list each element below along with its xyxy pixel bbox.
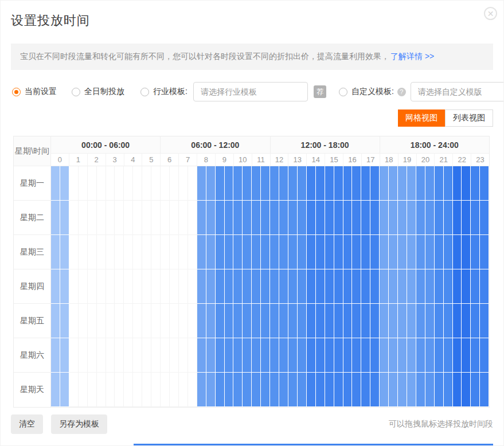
- schedule-cell[interactable]: [370, 338, 380, 373]
- schedule-cell[interactable]: [51, 304, 60, 338]
- schedule-cell[interactable]: [435, 338, 444, 373]
- schedule-cell[interactable]: [115, 201, 124, 235]
- schedule-cell[interactable]: [216, 201, 225, 235]
- radio-allday[interactable]: 全日制投放: [72, 87, 124, 97]
- schedule-cell[interactable]: [179, 338, 188, 373]
- schedule-cell[interactable]: [252, 304, 261, 338]
- schedule-cell[interactable]: [270, 235, 279, 269]
- schedule-cell[interactable]: [261, 269, 270, 304]
- schedule-cell[interactable]: [435, 166, 444, 201]
- schedule-cell[interactable]: [334, 166, 343, 201]
- schedule-cell[interactable]: [170, 338, 179, 373]
- schedule-cell[interactable]: [252, 201, 261, 235]
- schedule-cell[interactable]: [97, 304, 106, 338]
- schedule-cell[interactable]: [444, 373, 453, 407]
- schedule-cell[interactable]: [407, 235, 416, 269]
- schedule-cell[interactable]: [233, 201, 243, 235]
- schedule-cell[interactable]: [69, 373, 79, 407]
- schedule-cell[interactable]: [170, 235, 179, 269]
- schedule-cell[interactable]: [261, 338, 270, 373]
- schedule-cell[interactable]: [361, 269, 370, 304]
- schedule-cell[interactable]: [179, 269, 188, 304]
- schedule-cell[interactable]: [179, 166, 188, 201]
- schedule-cell[interactable]: [225, 338, 234, 373]
- help-icon[interactable]: ?: [397, 88, 406, 96]
- schedule-cell[interactable]: [161, 201, 170, 235]
- schedule-cell[interactable]: [88, 304, 97, 338]
- schedule-cell[interactable]: [316, 166, 325, 201]
- schedule-cell[interactable]: [325, 235, 334, 269]
- schedule-cell[interactable]: [325, 269, 334, 304]
- schedule-cell[interactable]: [206, 235, 216, 269]
- schedule-cell[interactable]: [462, 269, 471, 304]
- schedule-cell[interactable]: [252, 166, 261, 201]
- schedule-cell[interactable]: [69, 269, 79, 304]
- radio-industry-template[interactable]: 行业模板:: [140, 87, 187, 97]
- schedule-cell[interactable]: [334, 304, 343, 338]
- schedule-cell[interactable]: [462, 235, 471, 269]
- schedule-cell[interactable]: [51, 269, 60, 304]
- schedule-cell[interactable]: [151, 304, 161, 338]
- schedule-cell[interactable]: [361, 201, 370, 235]
- schedule-cell[interactable]: [206, 166, 216, 201]
- schedule-cell[interactable]: [316, 338, 325, 373]
- schedule-cell[interactable]: [361, 235, 370, 269]
- schedule-cell[interactable]: [225, 201, 234, 235]
- schedule-cell[interactable]: [124, 201, 133, 235]
- schedule-cell[interactable]: [480, 166, 489, 201]
- schedule-cell[interactable]: [370, 235, 380, 269]
- schedule-cell[interactable]: [416, 201, 425, 235]
- schedule-cell[interactable]: [115, 235, 124, 269]
- schedule-cell[interactable]: [69, 304, 79, 338]
- schedule-cell[interactable]: [453, 338, 462, 373]
- schedule-cell[interactable]: [69, 201, 79, 235]
- schedule-cell[interactable]: [79, 373, 88, 407]
- schedule-cell[interactable]: [425, 338, 435, 373]
- schedule-cell[interactable]: [106, 338, 115, 373]
- schedule-cell[interactable]: [389, 338, 398, 373]
- schedule-cell[interactable]: [325, 166, 334, 201]
- schedule-cell[interactable]: [216, 166, 225, 201]
- schedule-cell[interactable]: [325, 373, 334, 407]
- schedule-cell[interactable]: [307, 235, 316, 269]
- schedule-cell[interactable]: [389, 201, 398, 235]
- schedule-cell[interactable]: [161, 338, 170, 373]
- schedule-cell[interactable]: [142, 269, 151, 304]
- schedule-cell[interactable]: [288, 201, 298, 235]
- schedule-cell[interactable]: [97, 373, 106, 407]
- schedule-cell[interactable]: [243, 201, 252, 235]
- schedule-cell[interactable]: [398, 166, 407, 201]
- schedule-cell[interactable]: [370, 304, 380, 338]
- schedule-cell[interactable]: [471, 166, 480, 201]
- schedule-cell[interactable]: [179, 304, 188, 338]
- schedule-cell[interactable]: [380, 373, 389, 407]
- schedule-cell[interactable]: [352, 201, 361, 235]
- schedule-cell[interactable]: [151, 235, 161, 269]
- schedule-cell[interactable]: [279, 304, 288, 338]
- schedule-cell[interactable]: [361, 373, 370, 407]
- schedule-cell[interactable]: [480, 269, 489, 304]
- schedule-cell[interactable]: [380, 235, 389, 269]
- schedule-cell[interactable]: [243, 269, 252, 304]
- schedule-cell[interactable]: [51, 373, 60, 407]
- schedule-cell[interactable]: [370, 166, 380, 201]
- schedule-cell[interactable]: [407, 373, 416, 407]
- schedule-cell[interactable]: [142, 338, 151, 373]
- schedule-cell[interactable]: [79, 269, 88, 304]
- schedule-cell[interactable]: [60, 235, 69, 269]
- schedule-cell[interactable]: [288, 166, 298, 201]
- schedule-cell[interactable]: [480, 373, 489, 407]
- schedule-cell[interactable]: [188, 338, 197, 373]
- schedule-cell[interactable]: [69, 166, 79, 201]
- schedule-cell[interactable]: [170, 373, 179, 407]
- schedule-cell[interactable]: [343, 269, 353, 304]
- schedule-cell[interactable]: [206, 269, 216, 304]
- schedule-cell[interactable]: [270, 166, 279, 201]
- schedule-cell[interactable]: [307, 338, 316, 373]
- custom-template-input[interactable]: [411, 82, 504, 101]
- schedule-cell[interactable]: [334, 373, 343, 407]
- schedule-cell[interactable]: [133, 373, 142, 407]
- schedule-cell[interactable]: [307, 201, 316, 235]
- schedule-cell[interactable]: [161, 235, 170, 269]
- schedule-cell[interactable]: [389, 235, 398, 269]
